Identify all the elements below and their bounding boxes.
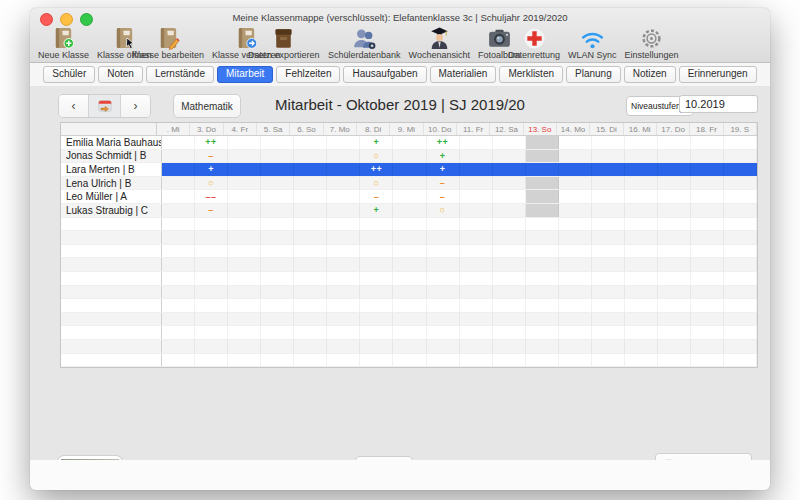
mark-cell[interactable] bbox=[691, 231, 724, 244]
mark-cell[interactable] bbox=[162, 286, 195, 299]
mark-cell[interactable] bbox=[691, 136, 724, 149]
mark-cell[interactable]: ○ bbox=[360, 150, 393, 163]
mark-cell[interactable] bbox=[691, 190, 724, 203]
mark-cell[interactable] bbox=[195, 299, 228, 312]
mark-cell[interactable] bbox=[559, 299, 592, 312]
mark-cell[interactable] bbox=[592, 204, 625, 217]
mark-cell[interactable] bbox=[691, 258, 724, 271]
mark-cell[interactable] bbox=[658, 258, 691, 271]
mark-cell[interactable] bbox=[294, 204, 327, 217]
mark-cell[interactable] bbox=[261, 340, 294, 353]
mark-cell[interactable] bbox=[327, 326, 360, 339]
toolbar-item-daten-exportieren[interactable]: Daten exportieren bbox=[248, 26, 320, 60]
mark-cell[interactable] bbox=[360, 340, 393, 353]
mark-cell[interactable] bbox=[493, 258, 526, 271]
mark-cell[interactable] bbox=[559, 258, 592, 271]
toolbar-item-neue-klasse[interactable]: Neue Klasse bbox=[38, 26, 89, 60]
title-bar[interactable]: Meine Klassenmappe (verschlüsselt): Elef… bbox=[30, 8, 770, 26]
mark-cell[interactable] bbox=[724, 163, 757, 176]
mark-cell[interactable] bbox=[559, 286, 592, 299]
mark-cell[interactable] bbox=[327, 163, 360, 176]
mark-cell[interactable] bbox=[625, 258, 658, 271]
mark-cell[interactable] bbox=[493, 177, 526, 190]
mark-cell[interactable]: + bbox=[360, 204, 393, 217]
mark-cell[interactable] bbox=[261, 354, 294, 367]
mark-cell[interactable]: ○ bbox=[195, 177, 228, 190]
mark-cell[interactable] bbox=[526, 258, 559, 271]
mark-cell[interactable] bbox=[261, 258, 294, 271]
mark-cell[interactable] bbox=[691, 163, 724, 176]
mark-cell[interactable] bbox=[393, 218, 426, 231]
mark-cell[interactable] bbox=[360, 286, 393, 299]
mark-cell[interactable] bbox=[261, 245, 294, 258]
tab-schüler[interactable]: Schüler bbox=[43, 66, 95, 83]
date-column-header[interactable]: 18. Fr bbox=[690, 123, 723, 135]
mark-cell[interactable] bbox=[294, 286, 327, 299]
mark-cell[interactable] bbox=[460, 258, 493, 271]
tab-erinnerungen[interactable]: Erinnerungen bbox=[679, 66, 757, 83]
mark-cell[interactable] bbox=[460, 299, 493, 312]
empty-row[interactable] bbox=[61, 340, 757, 354]
mark-cell[interactable] bbox=[393, 299, 426, 312]
mark-cell[interactable] bbox=[625, 299, 658, 312]
mark-cell[interactable] bbox=[625, 163, 658, 176]
mark-cell[interactable] bbox=[261, 177, 294, 190]
mark-cell[interactable] bbox=[658, 190, 691, 203]
tab-fehlzeiten[interactable]: Fehlzeiten bbox=[276, 66, 340, 83]
mark-cell[interactable] bbox=[592, 231, 625, 244]
mark-cell[interactable] bbox=[691, 326, 724, 339]
mark-cell[interactable] bbox=[427, 299, 460, 312]
mark-cell[interactable] bbox=[427, 354, 460, 367]
mark-cell[interactable]: + bbox=[427, 163, 460, 176]
mark-cell[interactable] bbox=[526, 231, 559, 244]
mark-cell[interactable] bbox=[724, 150, 757, 163]
date-column-header[interactable]: 6. So bbox=[290, 123, 323, 135]
mark-cell[interactable] bbox=[625, 190, 658, 203]
date-column-header[interactable]: 19. S bbox=[724, 123, 757, 135]
mark-cell[interactable] bbox=[559, 163, 592, 176]
mark-cell[interactable] bbox=[493, 245, 526, 258]
mark-cell[interactable] bbox=[691, 150, 724, 163]
mark-cell[interactable] bbox=[195, 218, 228, 231]
mark-cell[interactable] bbox=[228, 326, 261, 339]
mark-cell[interactable] bbox=[724, 299, 757, 312]
student-row[interactable]: Emilia Maria Bauhaus | A+++++ bbox=[61, 136, 757, 150]
mark-cell[interactable] bbox=[162, 313, 195, 326]
mark-cell[interactable] bbox=[228, 258, 261, 271]
tab-notizen[interactable]: Notizen bbox=[624, 66, 676, 83]
mark-cell[interactable] bbox=[493, 150, 526, 163]
tab-noten[interactable]: Noten bbox=[98, 66, 143, 83]
mark-cell[interactable] bbox=[460, 177, 493, 190]
mark-cell[interactable] bbox=[261, 190, 294, 203]
mark-cell[interactable] bbox=[162, 150, 195, 163]
mark-cell[interactable] bbox=[195, 354, 228, 367]
mark-cell[interactable] bbox=[592, 218, 625, 231]
empty-row[interactable] bbox=[61, 272, 757, 286]
mark-cell[interactable] bbox=[658, 286, 691, 299]
mark-cell[interactable] bbox=[460, 354, 493, 367]
mark-cell[interactable] bbox=[625, 136, 658, 149]
mark-cell[interactable] bbox=[162, 299, 195, 312]
mark-cell[interactable] bbox=[658, 163, 691, 176]
mark-cell[interactable] bbox=[592, 177, 625, 190]
mark-cell[interactable] bbox=[393, 136, 426, 149]
mark-cell[interactable] bbox=[327, 299, 360, 312]
mark-cell[interactable] bbox=[724, 326, 757, 339]
empty-row[interactable] bbox=[61, 354, 757, 368]
student-row[interactable]: Lara Merten | B++++ bbox=[61, 163, 757, 177]
mark-cell[interactable] bbox=[493, 163, 526, 176]
mark-cell[interactable] bbox=[559, 204, 592, 217]
mark-cell[interactable] bbox=[658, 177, 691, 190]
mark-cell[interactable] bbox=[724, 340, 757, 353]
mark-cell[interactable] bbox=[261, 204, 294, 217]
mark-cell[interactable] bbox=[658, 204, 691, 217]
mark-cell[interactable] bbox=[228, 218, 261, 231]
mark-cell[interactable] bbox=[294, 177, 327, 190]
mark-cell[interactable] bbox=[658, 272, 691, 285]
mark-cell[interactable] bbox=[625, 340, 658, 353]
student-row[interactable]: Leo Müller | A–––– bbox=[61, 190, 757, 204]
mark-cell[interactable] bbox=[460, 163, 493, 176]
mark-cell[interactable] bbox=[393, 177, 426, 190]
mark-cell[interactable]: – bbox=[195, 150, 228, 163]
mark-cell[interactable] bbox=[691, 354, 724, 367]
